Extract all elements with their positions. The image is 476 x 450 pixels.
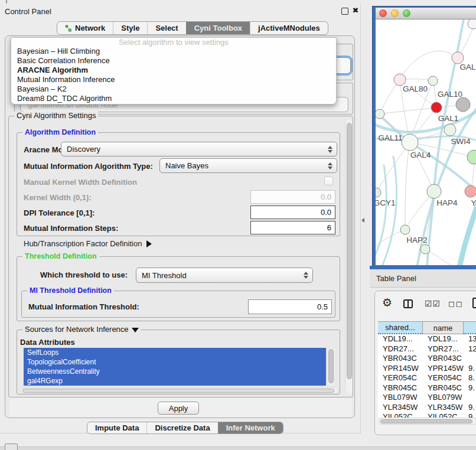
- which-threshold-value: MI Threshold: [142, 271, 302, 280]
- table-cell: YBR043C: [423, 354, 464, 364]
- split-columns-icon[interactable]: [403, 299, 413, 308]
- table-cell: [464, 393, 476, 403]
- attributes-scrollbar[interactable]: [327, 348, 334, 386]
- which-threshold-select[interactable]: MI Threshold: [136, 268, 313, 283]
- algorithm-option[interactable]: Bayesian – Hill Climbing: [11, 47, 336, 56]
- network-node-GCY1[interactable]: [376, 188, 381, 197]
- control-panel-tabbar: Network Style Select Cyni Toolbox jActiv…: [57, 21, 328, 35]
- table-row[interactable]: YDR27...YDR27...12: [378, 344, 476, 354]
- aracne-mode-select[interactable]: Discovery: [61, 142, 337, 156]
- network-node-unlabeled-bottom[interactable]: [420, 244, 430, 254]
- combo-arrows-icon: [302, 272, 312, 279]
- network-node-HAP2[interactable]: [400, 225, 410, 234]
- network-node-gal-cut[interactable]: [452, 52, 464, 64]
- network-node-GAL10[interactable]: [456, 97, 470, 112]
- network-node-unlabeled-salmon[interactable]: [465, 185, 476, 197]
- algorithm-option[interactable]: Mutual Information Inference: [11, 75, 336, 84]
- tab-infer-network[interactable]: Infer Network: [218, 422, 283, 433]
- table-cell: YER054C: [378, 373, 423, 383]
- algorithm-option[interactable]: Dream8 DC_TDC Algorithm: [11, 94, 336, 103]
- screen: Control Panel ✖ Network Style Select Cyn…: [0, 0, 476, 450]
- settings-scrollbar-thumb[interactable]: [347, 123, 352, 379]
- tab-impute-data[interactable]: Impute Data: [87, 422, 146, 433]
- manual-kernel-label: Manual Kernel Width Definition: [24, 178, 137, 187]
- tab-jactivemnodules[interactable]: jActiveMNodules: [250, 22, 328, 34]
- network-node-unlabeled-green[interactable]: [428, 76, 438, 86]
- window-zoom-light[interactable]: [403, 9, 410, 17]
- network-node-HAP4[interactable]: [427, 184, 441, 198]
- table-panel-body: ⚙ ☑☑ ◻◻ shared... name A YDL19...YDL19..…: [370, 288, 476, 450]
- table-row[interactable]: YLR345WYLR345W9.: [378, 403, 476, 413]
- divider-collapse-arrow[interactable]: [361, 218, 364, 223]
- tab-network[interactable]: Network: [57, 22, 113, 34]
- manual-kernel-checkbox[interactable]: [324, 177, 333, 185]
- checked-pair-icon[interactable]: ☑☑: [425, 299, 441, 308]
- tab-select[interactable]: Select: [147, 22, 185, 34]
- column-header-shared[interactable]: shared...: [378, 321, 423, 334]
- gear-icon[interactable]: ⚙: [382, 297, 392, 308]
- unchecked-pair-icon[interactable]: ◻◻: [448, 299, 464, 308]
- document-icon[interactable]: [472, 298, 476, 308]
- algorithm-option[interactable]: Basic Correlation Inference: [11, 56, 336, 66]
- collapsed-panel-button[interactable]: [5, 444, 18, 450]
- mi-threshold-field[interactable]: 0.5: [248, 299, 332, 314]
- network-node-unlabeled-top[interactable]: [468, 19, 476, 29]
- table-hscrollbar[interactable]: [379, 418, 476, 425]
- settings-scrollbar[interactable]: [345, 119, 353, 394]
- table-row[interactable]: YBR045CYBR045C9.: [378, 383, 476, 393]
- window-close-light[interactable]: [379, 9, 387, 17]
- tab-discretize-data[interactable]: Discretize Data: [146, 422, 217, 433]
- mi-threshold-legend: MI Threshold Definition: [27, 286, 114, 295]
- hub-definition-toggle[interactable]: Hub/Transcription Factor Definition: [24, 239, 152, 248]
- network-node-GAL1[interactable]: [431, 102, 442, 113]
- network-node-GAL80[interactable]: [394, 74, 406, 86]
- network-node-GAL11[interactable]: [376, 109, 384, 119]
- algorithm-definition-legend: Algorithm Definition: [22, 128, 98, 136]
- window-minimize-light[interactable]: [391, 9, 399, 17]
- data-attribute-item[interactable]: TopologicalCoefficient: [24, 357, 326, 367]
- table-row[interactable]: YBR043CYBR043C: [378, 354, 476, 364]
- table-panel-titlebar: Table Panel: [370, 269, 476, 288]
- table-body: YDL19...YDL19...13YDR27...YDR27...12YBR0…: [378, 334, 476, 418]
- sources-legend[interactable]: Sources for Network Inference: [22, 325, 141, 334]
- network-edge: [400, 51, 458, 80]
- algorithm-option[interactable]: Bayesian – K2: [11, 84, 336, 94]
- mi-type-select[interactable]: Naive Bayes: [159, 158, 337, 173]
- attributes-hscrollbar-thumb[interactable]: [22, 389, 334, 393]
- attributes-hscrollbar[interactable]: [20, 387, 339, 394]
- algorithm-option[interactable]: ARACNE Algorithm: [11, 66, 336, 75]
- table-row[interactable]: YBL079WYBL079W: [378, 393, 476, 403]
- network-node-SWI4[interactable]: [444, 124, 456, 136]
- table-row[interactable]: YPR145WYPR145W9.: [378, 364, 476, 374]
- network-node-GAL4[interactable]: [402, 134, 418, 151]
- mi-steps-field[interactable]: 6: [250, 221, 335, 234]
- table-cell: 9.: [464, 412, 476, 418]
- table-header: shared... name A: [378, 321, 476, 334]
- dpi-tolerance-field[interactable]: 0.0: [250, 206, 335, 219]
- network-node-unlabeled-green-right[interactable]: [467, 150, 476, 164]
- apply-button[interactable]: Apply: [158, 402, 199, 415]
- table-cell: YDL19...: [378, 334, 423, 344]
- data-attribute-item[interactable]: gal4RGexp: [24, 376, 326, 386]
- kernel-width-field[interactable]: 0.0: [250, 190, 335, 204]
- table-row[interactable]: YIL052CYIL052C9.: [378, 412, 476, 418]
- network-canvas[interactable]: GALGAL80GAL10GAL1GAL11SWI4GAL4GCY1HAP4YH…: [376, 19, 476, 265]
- data-attribute-item[interactable]: BetweennessCentrality: [24, 367, 326, 376]
- table-row[interactable]: YER054CYER054C8.: [378, 373, 476, 383]
- data-attribute-item[interactable]: SelfLoops: [24, 348, 326, 357]
- close-icon[interactable]: ✖: [351, 5, 360, 15]
- table-cell: YER054C: [423, 373, 464, 383]
- tab-cyni-toolbox[interactable]: Cyni Toolbox: [186, 22, 250, 34]
- column-header-name[interactable]: name: [423, 321, 464, 334]
- cyni-settings-legend: Cyni Algorithm Settings: [14, 112, 98, 120]
- network-edge: [376, 108, 476, 132]
- combo-arrows-icon: [327, 162, 337, 169]
- attributes-scrollbar-thumb[interactable]: [328, 349, 334, 383]
- table-row[interactable]: YDL19...YDL19...13: [378, 334, 476, 344]
- column-header-cut[interactable]: A: [464, 321, 476, 334]
- table-hscrollbar-thumb[interactable]: [380, 419, 472, 423]
- data-attributes-list: SelfLoopsTopologicalCoefficientBetweenne…: [24, 348, 326, 386]
- tab-style[interactable]: Style: [113, 22, 147, 34]
- float-icon[interactable]: [341, 8, 348, 15]
- tab-label: Network: [75, 24, 105, 32]
